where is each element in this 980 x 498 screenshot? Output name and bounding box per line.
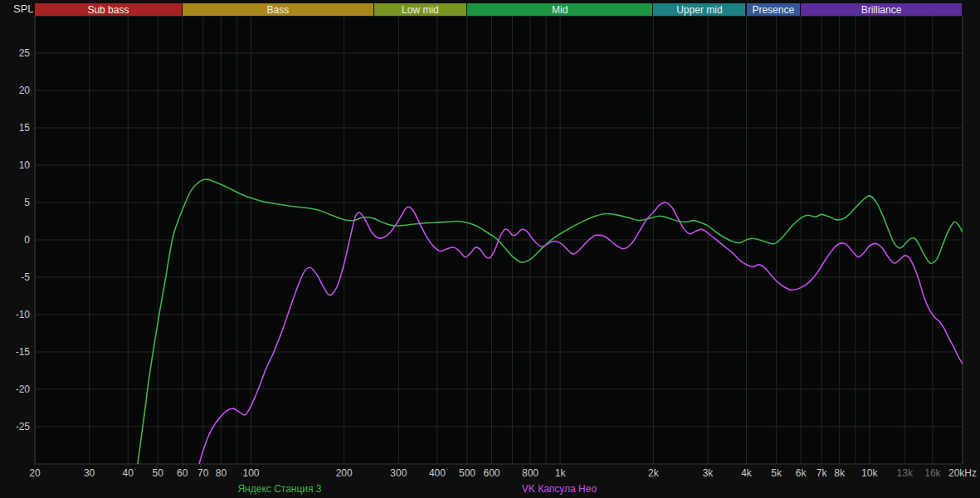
y-tick-label: 25 [0, 46, 30, 60]
band-sub-bass: Sub bass [35, 3, 182, 16]
y-tick-label: 0 [0, 233, 30, 247]
frequency-response-chart: SPL Sub bassBassLow midMidUpper midPrese… [0, 0, 980, 498]
band-brilliance: Brilliance [801, 3, 962, 16]
plot-area [0, 0, 980, 498]
y-tick-label: -15 [0, 345, 30, 359]
y-tick-label: -20 [0, 383, 30, 396]
x-tick-label: 20 [12, 466, 58, 480]
y-tick-label: 10 [0, 159, 30, 172]
band-low-mid: Low mid [374, 3, 466, 16]
y-tick-label: -25 [0, 420, 30, 433]
y-tick-label: -5 [0, 271, 30, 284]
band-bass: Bass [183, 3, 373, 16]
legend-item-1[interactable]: VK Капсула Нео [522, 483, 597, 495]
y-tick-label: -10 [0, 308, 30, 321]
band-mid: Mid [467, 3, 652, 16]
legend-item-0[interactable]: Яндекс Станция 3 [237, 483, 321, 495]
x-tick-label: 2k [630, 466, 676, 480]
y-tick-label: 5 [0, 196, 30, 209]
band-presence: Presence [747, 3, 801, 16]
y-tick-label: 15 [0, 121, 30, 134]
x-tick-label: 200 [321, 466, 368, 480]
x-tick-label: 20kHz [939, 466, 980, 480]
y-tick-label: 20 [0, 84, 30, 97]
x-tick-label: 100 [228, 466, 275, 480]
x-tick-label: 1k [537, 466, 583, 480]
band-upper-mid: Upper mid [653, 3, 745, 16]
